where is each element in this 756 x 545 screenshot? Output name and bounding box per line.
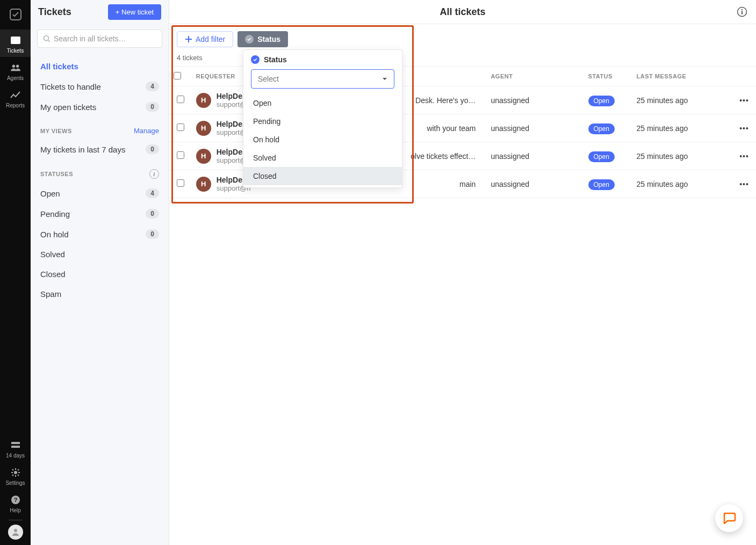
status-on-hold[interactable]: On hold0 bbox=[31, 224, 169, 244]
rail-help[interactable]: ? Help bbox=[0, 489, 31, 517]
rail-reports[interactable]: Reports bbox=[0, 84, 31, 112]
status-option-on-hold[interactable]: On hold bbox=[243, 130, 402, 149]
search-input[interactable]: Search in all tickets… bbox=[37, 30, 162, 48]
panel-header: Status bbox=[243, 50, 402, 69]
sidebar: Tickets + New ticket Search in all ticke… bbox=[31, 0, 169, 545]
status-option-open[interactable]: Open bbox=[243, 94, 402, 112]
rail-label: Reports bbox=[6, 103, 25, 108]
rail-label: Agents bbox=[7, 75, 24, 81]
select-placeholder: Select bbox=[258, 75, 279, 83]
status-option-closed[interactable]: Closed bbox=[243, 167, 402, 185]
status-label: On hold bbox=[40, 230, 69, 239]
status-cell: Open bbox=[584, 86, 632, 114]
svg-point-10 bbox=[44, 36, 49, 41]
status-filter-button[interactable]: Status bbox=[237, 31, 288, 47]
row-checkbox[interactable] bbox=[177, 96, 184, 103]
status-solved[interactable]: Solved bbox=[31, 244, 169, 264]
view-all-tickets[interactable]: All tickets bbox=[31, 56, 169, 76]
row-menu-button[interactable]: ••• bbox=[732, 142, 756, 170]
select-all-checkbox[interactable] bbox=[174, 72, 181, 79]
agent-cell: unassigned bbox=[486, 142, 584, 170]
svg-rect-1 bbox=[11, 37, 20, 44]
sidebar-header: Tickets + New ticket bbox=[31, 0, 169, 24]
status-open[interactable]: Open4 bbox=[31, 183, 169, 204]
help-icon: ? bbox=[10, 495, 21, 505]
svg-point-6 bbox=[14, 471, 17, 474]
svg-point-3 bbox=[16, 65, 18, 68]
status-pending[interactable]: Pending0 bbox=[31, 204, 169, 224]
row-menu-button[interactable]: ••• bbox=[732, 170, 756, 198]
status-spam[interactable]: Spam bbox=[31, 284, 169, 304]
panel-title: Status bbox=[264, 55, 287, 64]
view-label: All tickets bbox=[40, 62, 78, 71]
view-label: My open tickets bbox=[40, 103, 96, 112]
status-filter-panel: Status Select OpenPendingOn holdSolvedCl… bbox=[243, 49, 402, 188]
row-checkbox[interactable] bbox=[177, 123, 184, 131]
status-option-pending[interactable]: Pending bbox=[243, 112, 402, 130]
rail-agents[interactable]: Agents bbox=[0, 57, 31, 84]
rail-tickets[interactable]: Tickets bbox=[0, 30, 31, 57]
agents-icon bbox=[10, 62, 21, 73]
avatar: H bbox=[196, 149, 211, 164]
user-avatar[interactable] bbox=[8, 525, 23, 540]
view-my-open-tickets[interactable]: My open tickets 0 bbox=[31, 97, 169, 117]
row-checkbox[interactable] bbox=[177, 179, 184, 187]
manage-link[interactable]: Manage bbox=[134, 127, 159, 135]
agent-cell: unassigned bbox=[486, 86, 584, 114]
section-statuses: STATUSES i bbox=[31, 159, 169, 183]
new-ticket-button[interactable]: + New ticket bbox=[108, 4, 161, 20]
gear-icon bbox=[10, 467, 21, 478]
row-checkbox[interactable] bbox=[177, 151, 184, 159]
main-header: All tickets bbox=[169, 0, 756, 24]
search-placeholder: Search in all tickets… bbox=[54, 34, 126, 43]
svg-rect-4 bbox=[11, 442, 20, 444]
row-menu-button[interactable]: ••• bbox=[732, 86, 756, 114]
view-my-tickets-7-days[interactable]: My tickets in last 7 days 0 bbox=[31, 139, 169, 159]
col-agent[interactable]: AGENT bbox=[486, 67, 584, 86]
status-option-solved[interactable]: Solved bbox=[243, 149, 402, 167]
status-filter-label: Status bbox=[257, 35, 280, 43]
app-logo bbox=[0, 2, 31, 26]
view-count: 0 bbox=[146, 102, 159, 112]
col-last-message[interactable]: LAST MESSAGE bbox=[632, 67, 732, 86]
chat-icon bbox=[722, 511, 736, 525]
status-count: 0 bbox=[146, 229, 159, 239]
filter-bar: Add filter Status bbox=[169, 24, 756, 52]
status-label: Pending bbox=[40, 209, 70, 219]
status-cell: Open bbox=[584, 114, 632, 142]
rail-settings[interactable]: Settings bbox=[0, 462, 31, 489]
plus-icon bbox=[185, 35, 192, 43]
page-title: All tickets bbox=[440, 6, 485, 18]
chat-button[interactable] bbox=[715, 504, 743, 532]
status-closed[interactable]: Closed bbox=[31, 264, 169, 284]
svg-rect-5 bbox=[11, 446, 20, 448]
status-count: 4 bbox=[146, 188, 159, 198]
avatar: H bbox=[196, 177, 211, 192]
last-message-cell: 25 minutes ago bbox=[632, 86, 732, 114]
agent-cell: unassigned bbox=[486, 170, 584, 198]
sidebar-title: Tickets bbox=[38, 6, 71, 18]
header-info-icon[interactable] bbox=[737, 6, 747, 17]
add-filter-button[interactable]: Add filter bbox=[177, 31, 233, 47]
calendar-icon bbox=[10, 440, 21, 450]
status-select[interactable]: Select bbox=[251, 69, 394, 89]
svg-rect-13 bbox=[741, 11, 743, 14]
col-status[interactable]: STATUS bbox=[584, 67, 632, 86]
info-icon[interactable]: i bbox=[149, 169, 159, 179]
status-badge: Open bbox=[588, 96, 615, 106]
row-menu-button[interactable]: ••• bbox=[732, 114, 756, 142]
rail-label: Tickets bbox=[7, 48, 24, 54]
svg-point-2 bbox=[12, 65, 15, 68]
nav-rail: Tickets Agents Reports 14 days Settings bbox=[0, 0, 31, 545]
last-message-cell: 25 minutes ago bbox=[632, 170, 732, 198]
col-actions bbox=[732, 67, 756, 86]
last-message-cell: 25 minutes ago bbox=[632, 114, 732, 142]
status-cell: Open bbox=[584, 142, 632, 170]
view-tickets-to-handle[interactable]: Tickets to handle 4 bbox=[31, 76, 169, 97]
status-count: 0 bbox=[146, 209, 159, 219]
rail-trial[interactable]: 14 days bbox=[0, 434, 31, 462]
view-count: 4 bbox=[146, 82, 159, 91]
view-label: My tickets in last 7 days bbox=[40, 145, 125, 154]
status-badge: Open bbox=[588, 123, 615, 134]
check-circle-icon bbox=[251, 55, 260, 64]
